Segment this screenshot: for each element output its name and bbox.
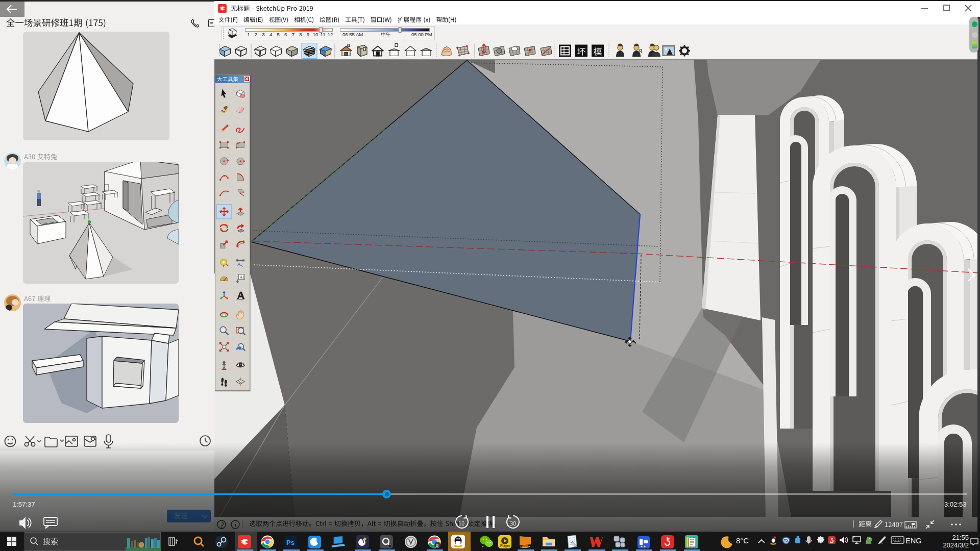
svg-text:Ps: Ps (286, 539, 295, 546)
svg-text:q: q (436, 543, 438, 548)
svg-text:A1: A1 (239, 275, 244, 280)
svg-text:Player: Player (500, 544, 510, 548)
